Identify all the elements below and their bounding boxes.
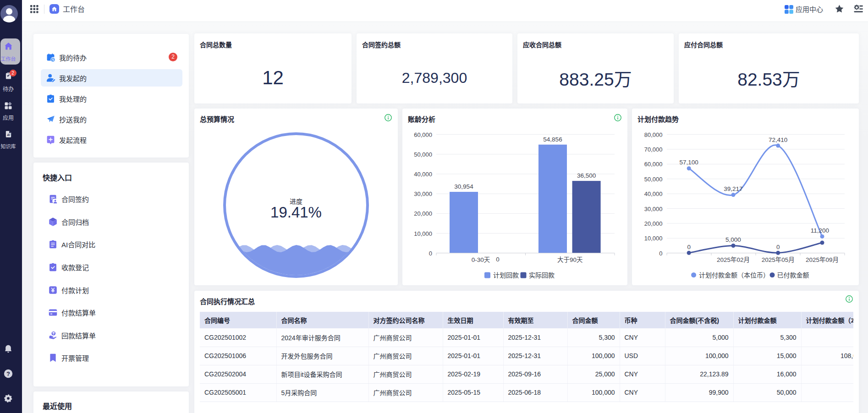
svg-text:计划付款金额（本位币）: 计划付款金额（本位币） xyxy=(699,272,769,279)
svg-text:70,000: 70,000 xyxy=(644,146,663,153)
svg-text:40,000: 40,000 xyxy=(414,171,432,178)
svg-text:60,000: 60,000 xyxy=(414,131,432,138)
svg-text:0: 0 xyxy=(429,250,432,257)
svg-text:20,000: 20,000 xyxy=(644,220,663,227)
svg-text:大于90天: 大于90天 xyxy=(557,256,583,263)
svg-text:50,000: 50,000 xyxy=(644,176,663,183)
svg-text:19.41%: 19.41% xyxy=(270,204,322,221)
svg-text:39,217: 39,217 xyxy=(724,185,742,192)
svg-text:30,000: 30,000 xyxy=(644,206,663,212)
svg-text:5,000: 5,000 xyxy=(725,236,741,243)
svg-text:AI: AI xyxy=(6,133,10,136)
svg-text:2025年02月: 2025年02月 xyxy=(717,256,750,263)
svg-text:57,100: 57,100 xyxy=(680,159,698,166)
svg-text:?: ? xyxy=(6,370,10,377)
svg-text:20,000: 20,000 xyxy=(414,210,432,217)
svg-text:实际回款: 实际回款 xyxy=(529,272,555,279)
svg-text:36,500: 36,500 xyxy=(577,172,596,179)
svg-text:0: 0 xyxy=(776,244,780,250)
svg-text:0: 0 xyxy=(687,244,691,250)
svg-text:10,000: 10,000 xyxy=(644,235,663,242)
svg-text:30,000: 30,000 xyxy=(414,190,432,197)
svg-text:0: 0 xyxy=(659,250,662,257)
svg-text:2025年09月: 2025年09月 xyxy=(806,256,839,263)
svg-text:11,200: 11,200 xyxy=(811,227,829,234)
svg-text:40,000: 40,000 xyxy=(644,190,663,197)
svg-text:50,000: 50,000 xyxy=(414,151,432,158)
svg-text:已付款金额: 已付款金额 xyxy=(777,272,809,279)
svg-text:2025年05月: 2025年05月 xyxy=(762,256,795,263)
svg-text:54,856: 54,856 xyxy=(543,136,562,143)
svg-text:80,000: 80,000 xyxy=(644,131,663,138)
svg-text:10,000: 10,000 xyxy=(414,230,432,237)
svg-text:0-30天: 0-30天 xyxy=(472,256,490,263)
svg-text:30,954: 30,954 xyxy=(454,183,473,190)
svg-text:72,410: 72,410 xyxy=(769,136,787,143)
svg-text:0: 0 xyxy=(496,256,500,263)
svg-text:计划回款: 计划回款 xyxy=(493,272,519,279)
svg-text:60,000: 60,000 xyxy=(644,161,663,168)
